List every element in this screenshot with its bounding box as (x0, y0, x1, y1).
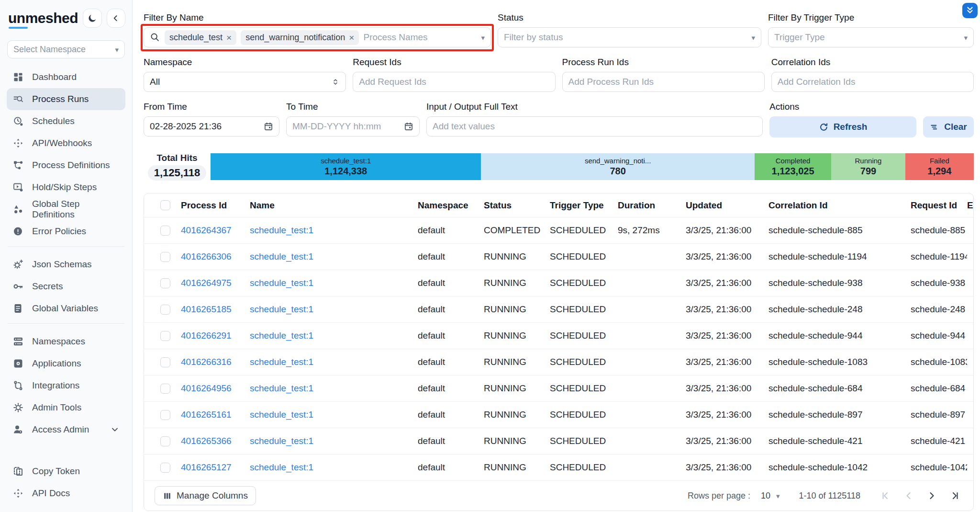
row-checkbox[interactable] (160, 410, 170, 420)
row-checkbox[interactable] (160, 357, 170, 367)
sidebar-item-applications[interactable]: Applications (7, 353, 125, 375)
row-checkbox[interactable] (160, 463, 170, 473)
namespace-filter-select[interactable]: All (144, 72, 346, 92)
sidebar-item-label: API Docs (32, 488, 70, 499)
process-name-link[interactable]: schedule_test:1 (250, 304, 313, 314)
manage-columns-button[interactable]: Manage Columns (155, 486, 256, 505)
cell-status: RUNNING (484, 278, 550, 288)
row-checkbox[interactable] (160, 384, 170, 394)
sidebar-collapse-button[interactable] (107, 9, 125, 28)
chevron-down-icon[interactable]: ▾ (481, 34, 485, 41)
sidebar-item-secrets[interactable]: Secrets (7, 275, 125, 297)
clear-button[interactable]: Clear (923, 116, 974, 137)
sidebar-item-api-docs[interactable]: API Docs (7, 482, 125, 504)
sidebar-item-copy-token[interactable]: Copy Token (7, 460, 125, 482)
process-name-link[interactable]: schedule_test:1 (250, 462, 313, 472)
request-ids-field[interactable] (353, 72, 555, 92)
process-name-link[interactable]: schedule_test:1 (250, 251, 313, 262)
process-id-link[interactable]: 4016265161 (181, 410, 232, 420)
rows-per-page-value: 10 (761, 491, 770, 501)
to-time-input[interactable] (292, 121, 400, 132)
chevron-down-icon (110, 425, 120, 434)
from-time-field[interactable] (144, 116, 279, 137)
row-checkbox[interactable] (160, 226, 170, 236)
first-page-button[interactable] (878, 488, 894, 504)
process-id-link[interactable]: 4016266316 (181, 357, 232, 367)
sidebar-item-dashboard[interactable]: Dashboard (7, 66, 125, 88)
process-name-link[interactable]: schedule_test:1 (250, 278, 313, 288)
sidebar-item-process-runs[interactable]: Process Runs (7, 88, 125, 110)
sidebar-item-namespaces[interactable]: Namespaces (7, 330, 125, 353)
process-id-link[interactable]: 4016265366 (181, 436, 232, 446)
process-run-ids-input[interactable] (568, 77, 758, 87)
fulltext-field[interactable] (426, 116, 763, 137)
status-placeholder: Filter by status (504, 32, 747, 43)
sidebar-item-integrations[interactable]: Integrations (7, 375, 125, 397)
sidebar-item-label: Global Step Definitions (32, 199, 120, 220)
status-filter-select[interactable]: Filter by status ▾ (498, 27, 761, 47)
request-ids-input[interactable] (359, 77, 549, 87)
to-time-field[interactable] (286, 116, 420, 137)
process-id-link[interactable]: 4016264956 (181, 383, 232, 393)
sidebar-item-global-variables[interactable]: Global Variables (7, 297, 125, 319)
sidebar-item-label: Hold/Skip Steps (32, 182, 97, 193)
process-name-link[interactable]: schedule_test:1 (250, 383, 313, 393)
calendar-icon[interactable] (264, 122, 273, 131)
next-page-button[interactable] (924, 488, 940, 504)
bar-segment-send-warning: send_warning_noti... 780 (481, 153, 754, 180)
namespace-select[interactable]: Select Namespace ▾ (7, 40, 125, 58)
select-all-checkbox[interactable] (160, 200, 170, 210)
row-checkbox[interactable] (160, 436, 170, 446)
sidebar-item-label: Process Runs (32, 94, 89, 104)
sidebar-item-error-policies[interactable]: Error Policies (7, 220, 125, 242)
sidebar-item-hold-skip-steps[interactable]: Hold/Skip Steps (7, 176, 125, 198)
column-header-request-id: Request Id (911, 200, 967, 211)
process-name-link[interactable]: schedule_test:1 (250, 410, 313, 420)
row-checkbox[interactable] (160, 278, 170, 288)
process-name-link[interactable]: schedule_test:1 (250, 357, 313, 367)
cell-trigger-type: SCHEDULED (550, 330, 618, 341)
process-run-ids-field[interactable] (562, 72, 765, 92)
calendar-icon[interactable] (404, 122, 413, 131)
cell-namespace: default (418, 410, 484, 420)
sidebar-item-access-admin[interactable]: Access Admin (7, 419, 125, 441)
process-name-link[interactable]: schedule_test:1 (250, 330, 313, 341)
chip-remove-icon[interactable]: × (349, 33, 354, 42)
cell-updated: 3/3/25, 21:36:00 (686, 462, 768, 473)
process-name-link[interactable]: schedule_test:1 (250, 436, 313, 446)
rows-per-page-select[interactable]: 10 ▾ (761, 491, 780, 501)
scroll-down-badge-button[interactable] (962, 3, 978, 18)
sidebar-item-process-definitions[interactable]: Process Definitions (7, 154, 125, 176)
row-checkbox[interactable] (160, 331, 170, 341)
process-names-filter-input[interactable]: schedule_test × send_warning_notificatio… (144, 27, 491, 47)
last-page-button[interactable] (947, 488, 963, 504)
process-id-link[interactable]: 4016266291 (181, 330, 232, 341)
chip-remove-icon[interactable]: × (226, 33, 232, 42)
from-time-input[interactable] (150, 121, 259, 132)
row-checkbox[interactable] (160, 252, 170, 262)
sidebar-item-api-webhooks[interactable]: API/Webhooks (7, 132, 125, 154)
sidebar-item-admin-tools[interactable]: Admin Tools (7, 397, 125, 419)
process-id-link[interactable]: 4016264367 (181, 225, 232, 235)
correlation-ids-field[interactable] (771, 72, 974, 92)
theme-toggle-button[interactable] (83, 9, 101, 28)
fulltext-input[interactable] (433, 121, 757, 132)
filter-chip: schedule_test × (165, 30, 236, 45)
process-id-link[interactable]: 4016265127 (181, 462, 232, 472)
trigger-type-select[interactable]: Trigger Type ▾ (768, 27, 974, 47)
sidebar-item-json-schemas[interactable]: Json Schemas (7, 253, 125, 275)
sidebar-item-schedules[interactable]: Schedules (7, 110, 125, 132)
previous-page-button[interactable] (901, 488, 917, 504)
process-id-link[interactable]: 4016266306 (181, 251, 232, 262)
row-checkbox[interactable] (160, 305, 170, 315)
chevron-down-icon: ▾ (751, 34, 755, 41)
process-name-link[interactable]: schedule_test:1 (250, 225, 313, 235)
cell-trigger-type: SCHEDULED (550, 278, 618, 288)
process-id-link[interactable]: 4016264975 (181, 278, 232, 288)
process-id-link[interactable]: 4016265185 (181, 304, 232, 314)
to-time-group: To Time (286, 102, 420, 137)
sidebar-item-global-step-definitions[interactable]: Global Step Definitions (7, 198, 125, 220)
sidebar-item-label: Secrets (32, 281, 63, 292)
correlation-ids-input[interactable] (778, 77, 968, 87)
refresh-button[interactable]: Refresh (769, 116, 916, 137)
